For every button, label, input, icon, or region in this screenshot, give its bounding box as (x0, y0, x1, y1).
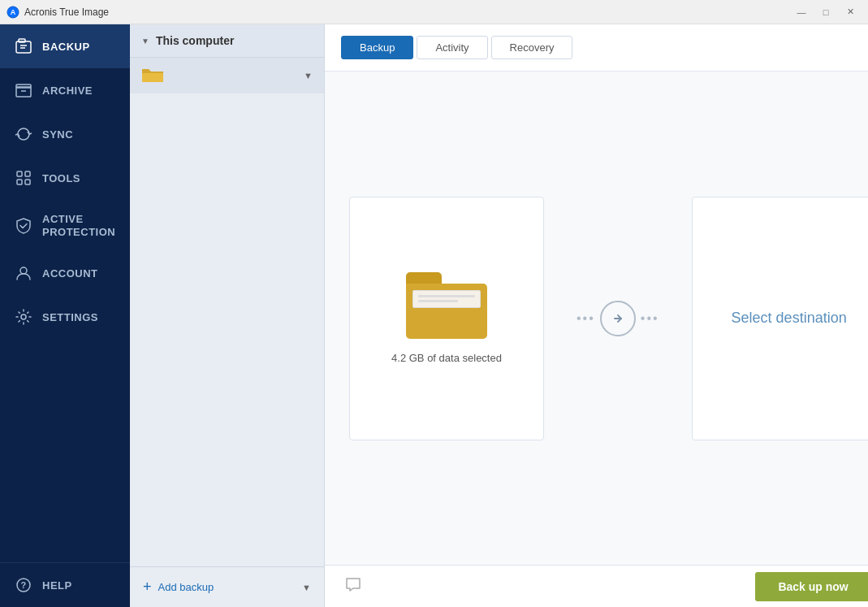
help-icon: ? (15, 576, 32, 594)
source-arrow: ▼ (304, 71, 313, 80)
destination-card[interactable]: Select destination (692, 197, 868, 440)
close-button[interactable]: ✕ (839, 4, 862, 20)
backup-content: 4.2 GB of data selected ••• ••• (325, 72, 868, 565)
app-icon: A (6, 6, 19, 19)
sidebar-nav: BACKUP ARCHIVE (0, 24, 130, 562)
sync-icon (15, 125, 32, 143)
source-card[interactable]: 4.2 GB of data selected (349, 197, 544, 440)
titlebar-controls: — □ ✕ (790, 4, 862, 20)
svg-rect-6 (16, 87, 31, 97)
shield-icon (15, 217, 32, 235)
bottom-bar: Back up now ▼ (325, 565, 868, 607)
source-header-arrow: ▼ (141, 37, 149, 46)
sidebar-item-backup[interactable]: BACKUP (0, 24, 130, 68)
svg-text:A: A (11, 8, 16, 16)
sidebar-item-settings[interactable]: SETTINGS (0, 295, 130, 339)
account-icon (15, 264, 32, 282)
add-backup-arrow: ▼ (302, 583, 311, 592)
connector-arrow-circle (600, 301, 636, 336)
source-header[interactable]: ▼ This computer (130, 24, 324, 58)
backup-icon (15, 37, 32, 55)
app-title: Acronis True Image (24, 7, 109, 18)
add-icon: + (143, 579, 152, 596)
svg-rect-10 (25, 171, 30, 176)
sidebar-item-label-settings: SETTINGS (42, 311, 98, 323)
svg-rect-2 (16, 41, 31, 53)
sidebar-item-archive[interactable]: ARCHIVE (0, 68, 130, 112)
sidebar: BACKUP ARCHIVE (0, 24, 130, 607)
sidebar-item-account[interactable]: ACCOUNT (0, 251, 130, 295)
svg-point-14 (21, 314, 26, 319)
connector-dots-left: ••• (577, 311, 595, 326)
svg-point-13 (20, 267, 27, 274)
source-header-label: This computer (156, 34, 234, 47)
content-panel: ▼ This computer ▼ + Add backup ▼ (130, 24, 868, 607)
sidebar-item-label-account: ACCOUNT (42, 267, 98, 280)
sidebar-item-help[interactable]: ? HELP (0, 562, 130, 607)
connector: ••• ••• (577, 301, 659, 336)
tab-activity[interactable]: Activity (417, 36, 487, 59)
sidebar-item-label-backup: BACKUP (42, 41, 90, 53)
svg-rect-17 (142, 73, 163, 82)
destination-label: Select destination (732, 308, 847, 328)
app-body: BACKUP ARCHIVE (0, 24, 868, 607)
sidebar-item-label-archive: ARCHIVE (42, 85, 93, 97)
minimize-button[interactable]: — (790, 4, 813, 20)
tab-backup[interactable]: Backup (341, 36, 413, 59)
sidebar-item-label-active-protection: ACTIVE PROTECTION (42, 213, 115, 238)
tab-recovery[interactable]: Recovery (491, 36, 573, 59)
sidebar-item-sync[interactable]: SYNC (0, 112, 130, 156)
source-empty-space (130, 93, 324, 566)
settings-icon (15, 308, 32, 326)
svg-rect-12 (25, 180, 30, 184)
connector-dots-right: ••• (641, 311, 659, 326)
titlebar: A Acronis True Image — □ ✕ (0, 0, 868, 24)
sidebar-item-tools[interactable]: TOOLS (0, 156, 130, 200)
add-backup-footer[interactable]: + Add backup ▼ (130, 566, 324, 607)
svg-rect-7 (16, 85, 31, 88)
source-card-label: 4.2 GB of data selected (391, 352, 502, 364)
sidebar-footer: ? HELP (0, 562, 130, 607)
maximize-button[interactable]: □ (814, 4, 837, 20)
comment-icon[interactable] (344, 575, 362, 597)
svg-rect-3 (19, 39, 25, 42)
add-backup-label: Add backup (158, 581, 214, 593)
folder-small-icon (141, 66, 164, 85)
titlebar-left: A Acronis True Image (6, 6, 109, 19)
sidebar-item-label-help: HELP (42, 579, 72, 592)
main-area: Backup Activity Recovery (325, 24, 868, 607)
folder-large-icon (406, 272, 487, 339)
source-item[interactable]: ▼ (130, 58, 324, 93)
tools-icon (15, 169, 32, 187)
sidebar-item-label-sync: SYNC (42, 128, 73, 141)
tabs-bar: Backup Activity Recovery (325, 24, 868, 72)
svg-rect-11 (17, 180, 22, 184)
backup-now-button[interactable]: Back up now (755, 572, 868, 601)
archive-icon (15, 81, 32, 99)
sidebar-item-label-tools: TOOLS (42, 172, 80, 184)
sidebar-item-active-protection[interactable]: ACTIVE PROTECTION (0, 200, 130, 251)
svg-rect-9 (17, 171, 22, 176)
svg-text:?: ? (20, 580, 26, 590)
source-panel: ▼ This computer ▼ + Add backup ▼ (130, 24, 325, 607)
